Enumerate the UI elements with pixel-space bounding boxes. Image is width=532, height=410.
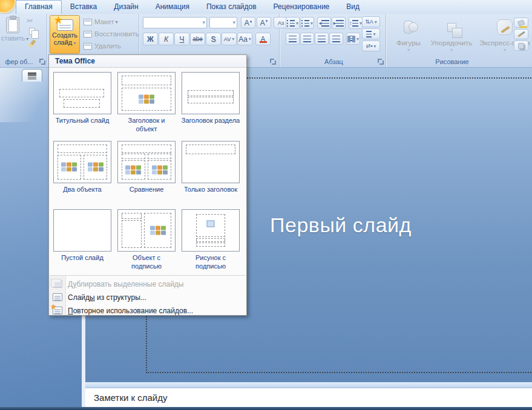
lines-icon	[336, 20, 344, 27]
layout-thumbnail	[182, 209, 240, 252]
ribbon-tab-6[interactable]: Рецензирование	[265, 0, 338, 14]
ribbon-tab-3[interactable]: Дизайн	[105, 0, 146, 14]
placeholder-box	[84, 155, 107, 180]
convert-smartart-button[interactable]: ⇄▪	[362, 41, 380, 51]
placeholder-box	[122, 76, 172, 85]
cut-icon[interactable]: ✂	[27, 16, 45, 25]
format-painter-icon[interactable]	[30, 39, 36, 45]
arrange-button[interactable]: Упорядочить ▾	[425, 16, 478, 53]
ribbon-tab-7[interactable]: Вид	[338, 0, 368, 14]
shapes-label: Фигуры	[393, 39, 424, 47]
office-button[interactable]	[0, 0, 16, 13]
font-name-combobox[interactable]	[143, 17, 207, 28]
layout-option-1[interactable]: Титульный слайд	[53, 72, 112, 125]
justify-button[interactable]	[329, 33, 343, 45]
align-left-button[interactable]	[286, 33, 300, 45]
content-icon	[131, 165, 136, 169]
shape-outline-button[interactable]	[514, 29, 528, 39]
content-icon	[157, 170, 162, 174]
layout-label: Пустой слайд	[53, 253, 112, 262]
text-direction-button[interactable]: ⇅А	[362, 16, 380, 27]
paragraph-dialog-launcher-icon[interactable]	[377, 58, 384, 65]
new-slide-icon	[57, 19, 73, 31]
italic-button[interactable]: К	[159, 33, 174, 45]
delete-button[interactable]: Удалить	[84, 41, 121, 51]
duplicate-selected-slides-item[interactable]: Дублировать выделенные слайды	[49, 278, 245, 290]
placeholder-box	[122, 213, 142, 219]
bullets-button[interactable]	[286, 17, 300, 29]
paragraph-group: ◂ ▸ ↕ ⇅А ⇄▪ Абзац	[282, 14, 386, 67]
decrease-indent-button[interactable]: ◂	[317, 17, 331, 29]
ribbon-tabs: ГлавнаяВставкаДизайнАнимацияПоказ слайдо…	[16, 0, 368, 14]
align-right-button[interactable]	[315, 33, 329, 45]
content-icon	[152, 165, 157, 169]
content-icons-cluster	[139, 94, 154, 103]
ribbon-tab-5[interactable]: Показ слайдов	[198, 0, 265, 14]
layout-thumbnail	[117, 141, 176, 183]
grow-font-button[interactable]: А	[241, 17, 255, 28]
text-shadow-button[interactable]: S	[206, 33, 221, 45]
lines-icon	[352, 20, 358, 27]
layout-option-6[interactable]: Только заголовок	[181, 141, 240, 194]
shrink-font-button[interactable]: А	[257, 17, 271, 28]
font-size-combobox[interactable]	[209, 17, 237, 28]
drawing-group-label: Рисование	[390, 58, 514, 65]
shapes-button[interactable]: Фигуры ▾	[393, 16, 424, 53]
slides-from-outline-item[interactable]: Слайды из структуры...	[49, 291, 245, 304]
outline-tab[interactable]	[22, 69, 42, 82]
character-spacing-button[interactable]: AV	[222, 33, 237, 45]
content-icon	[67, 168, 71, 172]
numbering-button[interactable]	[300, 17, 314, 29]
font-color-label: А	[260, 35, 265, 44]
ribbon-tab-1[interactable]: Главная	[16, 0, 62, 14]
layout-option-2[interactable]: Заголовок и объект	[117, 72, 176, 133]
copy-icon[interactable]	[29, 28, 35, 35]
layout-button[interactable]: Макет	[84, 16, 118, 27]
font-color-button[interactable]: А	[255, 33, 271, 45]
bold-button[interactable]: Ж	[143, 33, 158, 45]
layout-thumbnail	[182, 141, 240, 183]
content-icons-cluster	[88, 163, 103, 172]
columns-button[interactable]	[346, 33, 360, 45]
new-slide-button[interactable]: Создать слайд	[50, 15, 80, 54]
align-text-button[interactable]	[362, 28, 380, 39]
italic-label: К	[164, 35, 168, 44]
align-center-button[interactable]	[300, 33, 314, 45]
underline-button[interactable]: Ч	[174, 33, 189, 45]
layout-option-5[interactable]: Сравнение	[117, 141, 176, 194]
numbering-icon	[301, 20, 309, 27]
change-case-button[interactable]: Aa	[237, 33, 252, 45]
placeholder-box	[57, 155, 81, 180]
content-icon	[144, 99, 149, 103]
layout-label: Два объекта	[53, 185, 112, 194]
slide-title-text: Первый слайд	[270, 213, 412, 237]
reuse-slides-item[interactable]: Повторное использование слайдов...	[49, 304, 245, 317]
reset-button[interactable]: Восстановить	[84, 28, 139, 39]
drawing-right-stack	[514, 18, 530, 52]
layout-option-3[interactable]: Заголовок раздела	[181, 72, 240, 125]
ribbon-tab-2[interactable]: Вставка	[62, 0, 106, 14]
shape-effects-button[interactable]	[514, 41, 528, 51]
notes-splitter[interactable]	[85, 382, 532, 388]
paste-label: ставить	[1, 34, 24, 42]
line-spacing-button[interactable]: ↕	[349, 17, 363, 29]
outline-icon	[28, 73, 36, 79]
shape-fill-button[interactable]	[514, 18, 528, 28]
strikethrough-button[interactable]: abe	[190, 33, 205, 45]
layout-option-4[interactable]: Два объекта	[53, 141, 112, 194]
layout-option-8[interactable]: Объект с подписью	[117, 209, 176, 270]
increase-indent-button[interactable]: ▸	[332, 17, 346, 29]
font-dialog-launcher-icon[interactable]	[269, 58, 277, 65]
paste-button[interactable]: ставить	[1, 16, 24, 54]
layout-option-7[interactable]: Пустой слайд	[53, 209, 112, 262]
arrange-label: Упорядочить	[425, 39, 478, 47]
clipboard-dialog-launcher-icon[interactable]	[39, 58, 46, 65]
notes-pane[interactable]: Заметки к слайду	[85, 388, 532, 407]
paragraph-right-stack: ⇅А ⇄▪	[362, 16, 383, 53]
ribbon-tab-4[interactable]: Анимация	[147, 0, 198, 14]
window-bottom-edge	[0, 407, 532, 410]
layout-option-9[interactable]: Рисунок с подписью	[181, 209, 240, 270]
paragraph-row2	[286, 33, 360, 45]
content-icon	[88, 163, 93, 167]
content-icon	[99, 168, 103, 172]
